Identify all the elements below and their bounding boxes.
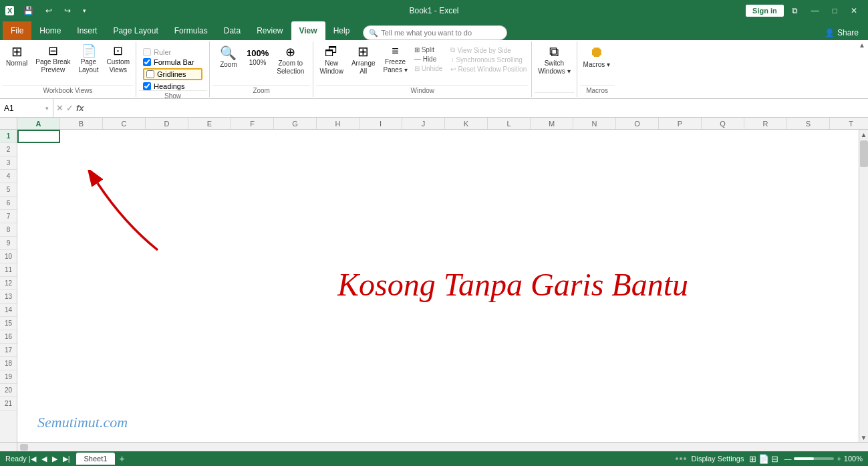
tab-file[interactable]: File — [3, 21, 31, 40]
cell-h1[interactable] — [317, 130, 359, 143]
tab-insert[interactable]: Insert — [69, 21, 105, 40]
col-header-o[interactable]: O — [616, 118, 659, 129]
col-header-e[interactable]: E — [188, 118, 231, 129]
row-header-21[interactable]: 21 — [0, 397, 17, 411]
unhide-button[interactable]: ⊟ Unhide — [412, 64, 445, 73]
sheet-nav-last[interactable]: ▶| — [61, 455, 72, 463]
name-box-dropdown[interactable]: ▾ — [45, 105, 49, 112]
row-header-4[interactable]: 4 — [0, 170, 17, 183]
cell-g1[interactable] — [274, 130, 317, 143]
ruler-checkbox-label[interactable]: Ruler — [143, 48, 202, 56]
col-header-b[interactable]: B — [60, 118, 103, 129]
headings-checkbox-label[interactable]: Headings — [143, 82, 202, 90]
display-settings-label[interactable]: Display Settings — [692, 455, 744, 463]
macros-button[interactable]: ⏺ Macros ▾ — [580, 43, 614, 71]
share-button[interactable]: 👤 Share — [818, 25, 865, 40]
tell-me-box[interactable]: 🔍 — [363, 25, 507, 40]
redo-button[interactable]: ↪ — [59, 1, 76, 20]
tab-review[interactable]: Review — [249, 21, 291, 40]
zoom-slider[interactable] — [794, 457, 834, 460]
formula-fx-icon[interactable]: fx — [76, 103, 84, 113]
tab-page-layout[interactable]: Page Layout — [105, 21, 166, 40]
cell-c1[interactable] — [103, 130, 146, 143]
cell-l1[interactable] — [488, 130, 531, 143]
sync-scrolling-button[interactable]: ↕ Synchronous Scrolling — [448, 55, 529, 64]
row-header-3[interactable]: 3 — [0, 156, 17, 170]
row-header-17[interactable]: 17 — [0, 344, 17, 357]
col-header-h[interactable]: H — [317, 118, 359, 129]
page-layout-view-button[interactable]: 📄 — [758, 454, 769, 464]
col-header-n[interactable]: N — [573, 118, 616, 129]
formula-cancel-icon[interactable]: ✕ — [56, 103, 63, 113]
view-side-by-side-button[interactable]: ⧉ View Side by Side — [448, 45, 529, 55]
row-header-2[interactable]: 2 — [0, 143, 17, 156]
cell-q1[interactable] — [702, 130, 744, 143]
cell-j1[interactable] — [402, 130, 445, 143]
scrollbar-thumb[interactable] — [860, 140, 868, 167]
col-header-p[interactable]: P — [659, 118, 702, 129]
tab-formulas[interactable]: Formulas — [166, 21, 216, 40]
row-header-14[interactable]: 14 — [0, 304, 17, 317]
row-header-8[interactable]: 8 — [0, 223, 17, 237]
save-button[interactable]: 💾 — [18, 1, 39, 20]
sheet-tab-sheet1[interactable]: Sheet1 — [76, 453, 116, 465]
ribbon-collapse-button[interactable]: ▲ — [859, 41, 865, 49]
cell-f1[interactable] — [231, 130, 274, 143]
qat-more-button[interactable]: ▾ — [78, 1, 92, 20]
col-header-t[interactable]: T — [830, 118, 868, 129]
cell-d1[interactable] — [146, 130, 188, 143]
headings-checkbox[interactable] — [143, 82, 151, 90]
sheet-nav-first[interactable]: |◀ — [27, 455, 38, 463]
normal-view-button[interactable]: ⊞ — [749, 454, 756, 464]
sheet-nav-next[interactable]: ▶ — [50, 455, 59, 463]
zoom-button[interactable]: 🔍 Zoom — [215, 44, 242, 71]
formula-confirm-icon[interactable]: ✓ — [66, 103, 74, 113]
col-header-r[interactable]: R — [744, 118, 787, 129]
add-sheet-button[interactable]: + — [116, 453, 127, 464]
cell-b1[interactable] — [60, 130, 103, 143]
col-header-l[interactable]: L — [488, 118, 531, 129]
reset-window-button[interactable]: ↩ Reset Window Position — [448, 65, 529, 74]
undo-button[interactable]: ↩ — [40, 1, 57, 20]
custom-views-button[interactable]: ⊡ CustomViews — [104, 43, 133, 76]
tab-data[interactable]: Data — [216, 21, 249, 40]
switch-windows-button[interactable]: ⧉ SwitchWindows ▾ — [535, 43, 573, 78]
formula-input[interactable] — [87, 99, 868, 117]
row-header-11[interactable]: 11 — [0, 263, 17, 277]
cell-i1[interactable] — [359, 130, 402, 143]
col-header-c[interactable]: C — [103, 118, 146, 129]
signin-button[interactable]: Sign in — [746, 5, 784, 17]
col-header-a[interactable]: A — [17, 118, 60, 129]
col-header-j[interactable]: J — [402, 118, 445, 129]
formula-bar-checkbox-label[interactable]: Formula Bar — [143, 58, 202, 66]
zoom-plus[interactable]: + — [837, 455, 841, 463]
row-header-10[interactable]: 10 — [0, 250, 17, 263]
horizontal-scrollbar[interactable] — [17, 443, 868, 451]
page-break-preview-button[interactable]: ⊟ Page BreakPreview — [32, 43, 74, 76]
sheet-nav-prev[interactable]: ◀ — [39, 455, 49, 463]
col-header-d[interactable]: D — [146, 118, 188, 129]
page-break-view-button[interactable]: ⊟ — [771, 454, 778, 464]
cell-e1[interactable] — [188, 130, 231, 143]
row-header-6[interactable]: 6 — [0, 197, 17, 210]
col-header-m[interactable]: M — [531, 118, 573, 129]
zoom-minus[interactable]: — — [784, 455, 791, 463]
minimize-button[interactable]: — — [806, 1, 825, 20]
page-layout-button[interactable]: 📄 PageLayout — [76, 43, 102, 76]
vertical-scrollbar[interactable]: ▲ ▼ — [859, 130, 868, 442]
col-header-s[interactable]: S — [787, 118, 830, 129]
cell-r1[interactable] — [744, 130, 787, 143]
split-button[interactable]: ⊞ Split — [412, 45, 445, 54]
col-header-k[interactable]: K — [445, 118, 488, 129]
row-header-18[interactable]: 18 — [0, 357, 17, 370]
tab-help[interactable]: Help — [325, 21, 358, 40]
col-header-q[interactable]: Q — [702, 118, 744, 129]
tab-view[interactable]: View — [291, 21, 325, 40]
tell-me-input[interactable] — [381, 29, 501, 37]
cell-a2[interactable] — [17, 143, 60, 156]
col-header-f[interactable]: F — [231, 118, 274, 129]
freeze-panes-button[interactable]: ≡ FreezePanes ▾ — [380, 43, 411, 76]
cell-s1[interactable] — [787, 130, 830, 143]
formula-bar-checkbox[interactable] — [143, 58, 151, 66]
gridlines-checkbox[interactable] — [146, 70, 154, 78]
